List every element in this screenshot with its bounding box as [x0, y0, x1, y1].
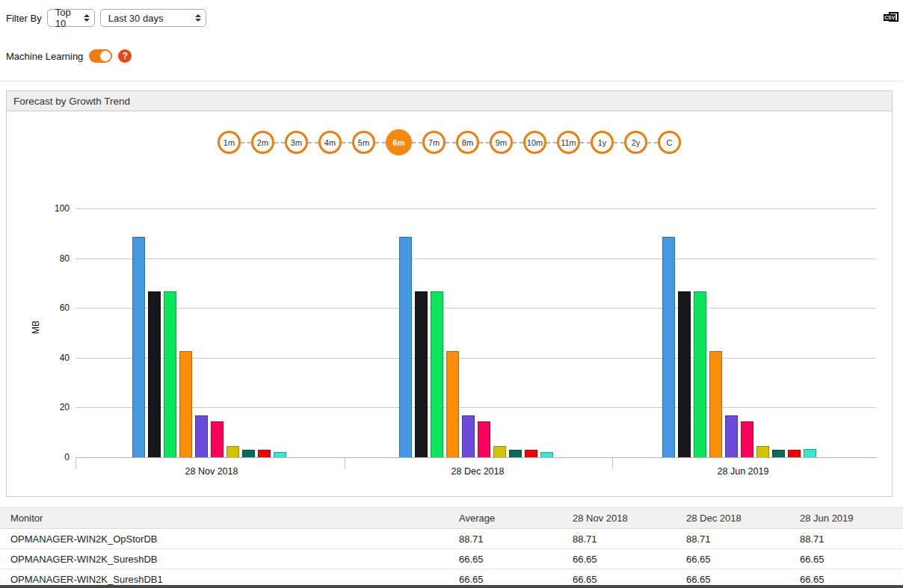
top-n-select[interactable]: Top 10 [47, 9, 95, 27]
bar[interactable] [179, 351, 192, 457]
y-tick-label: 60 [40, 303, 70, 313]
x-tick-label: 28 Dec 2018 [433, 466, 523, 477]
monitor-name-cell: OPMANAGER-WIN2K_OpStorDB [0, 529, 449, 549]
growth-trend-chart: MB 020406080100 28 Nov 201828 Dec 201828… [7, 111, 892, 496]
select-stepper-icon [195, 14, 201, 22]
bar[interactable] [509, 450, 522, 457]
bar-group-28-dec-2018 [399, 237, 553, 457]
x-axis-tick [345, 457, 345, 469]
bar[interactable] [678, 291, 691, 457]
y-tick-label: 40 [40, 353, 70, 363]
bar[interactable] [431, 291, 443, 457]
filter-by-label: Filter By [6, 13, 42, 24]
column-header-28-jun-2019: 28 Jun 2019 [789, 508, 903, 529]
column-header-monitor: Monitor [0, 508, 449, 529]
help-icon[interactable]: ? [118, 49, 132, 63]
value-cell: 88.71 [676, 529, 789, 549]
bar[interactable] [446, 351, 459, 457]
y-axis-label: MB [31, 321, 41, 334]
gridline [75, 208, 876, 209]
bar[interactable] [804, 449, 816, 457]
bottom-strip [0, 585, 903, 588]
value-cell: 66.65 [676, 549, 789, 569]
bar[interactable] [709, 351, 722, 457]
value-cell: 66.65 [562, 549, 676, 569]
machine-learning-row: Machine Learning ? [6, 49, 132, 63]
value-cell: 88.71 [789, 529, 903, 549]
bar[interactable] [540, 452, 553, 457]
bar-group-28-jun-2019 [662, 237, 816, 457]
x-axis-tick [75, 457, 76, 469]
bar-group-28-nov-2018 [132, 237, 286, 457]
bar[interactable] [741, 421, 753, 457]
bar[interactable] [195, 415, 208, 457]
panel-title: Forecast by Growth Trend [7, 91, 892, 111]
bar[interactable] [525, 450, 537, 457]
x-tick-label: 28 Nov 2018 [167, 466, 256, 477]
forecast-panel: Forecast by Growth Trend 1m2m3m4m5m6m7m8… [6, 90, 893, 497]
bar[interactable] [694, 291, 706, 457]
bar[interactable] [226, 446, 239, 457]
table-header-row: MonitorAverage28 Nov 201828 Dec 201828 J… [0, 508, 903, 529]
column-header-28-nov-2018: 28 Nov 2018 [562, 508, 676, 529]
y-tick-label: 100 [40, 203, 70, 214]
bar[interactable] [274, 452, 286, 457]
period-select-value: Last 30 days [108, 13, 164, 24]
y-tick-label: 20 [40, 402, 70, 412]
bar[interactable] [399, 237, 412, 457]
table-row: OPMANAGER-WIN2K_SureshDB66.6566.6566.656… [0, 549, 903, 569]
value-cell: 66.65 [789, 549, 903, 569]
bar[interactable] [211, 421, 224, 457]
forecast-table: MonitorAverage28 Nov 201828 Dec 201828 J… [0, 507, 903, 588]
toggle-knob [100, 51, 111, 61]
panel-body: 1m2m3m4m5m6m7m8m9m10m11m1y2yC MB 0204060… [7, 111, 892, 496]
bar[interactable] [415, 291, 428, 457]
csv-export-icon-label: CSV [884, 14, 896, 21]
table-row: OPMANAGER-WIN2K_OpStorDB88.7188.7188.718… [0, 529, 903, 549]
bar[interactable] [242, 450, 255, 457]
column-header-average: Average [449, 508, 562, 529]
bar[interactable] [493, 446, 506, 457]
bar[interactable] [164, 291, 176, 457]
machine-learning-toggle[interactable] [89, 49, 112, 63]
bar[interactable] [725, 415, 738, 457]
bar[interactable] [662, 237, 675, 457]
bar[interactable] [478, 421, 490, 457]
value-cell: 66.65 [449, 549, 562, 569]
select-stepper-icon [84, 14, 90, 22]
value-cell: 88.71 [449, 529, 562, 549]
y-tick-label: 80 [40, 253, 70, 264]
bar[interactable] [756, 446, 769, 457]
section-divider [0, 81, 903, 81]
bar[interactable] [788, 450, 801, 457]
machine-learning-label: Machine Learning [6, 51, 83, 62]
bar[interactable] [462, 415, 475, 457]
plot-area [75, 208, 876, 457]
filter-bar: Filter By Top 10 Last 30 days [6, 9, 206, 27]
y-tick-label: 0 [40, 452, 70, 462]
bar[interactable] [148, 291, 161, 457]
page: Filter By Top 10 Last 30 days CSV Machin… [0, 0, 903, 588]
monitor-name-cell: OPMANAGER-WIN2K_SureshDB [0, 549, 449, 569]
csv-export-icon[interactable]: CSV [884, 12, 899, 24]
bar[interactable] [258, 450, 271, 457]
period-select[interactable]: Last 30 days [100, 9, 206, 27]
x-axis-line [75, 457, 876, 458]
x-axis-tick [612, 457, 613, 469]
value-cell: 88.71 [562, 529, 676, 549]
column-header-28-dec-2018: 28 Dec 2018 [676, 508, 789, 529]
bar[interactable] [772, 450, 785, 457]
bar[interactable] [132, 237, 145, 457]
x-tick-label: 28 Jun 2019 [698, 466, 788, 477]
top-n-select-value: Top 10 [55, 7, 78, 29]
